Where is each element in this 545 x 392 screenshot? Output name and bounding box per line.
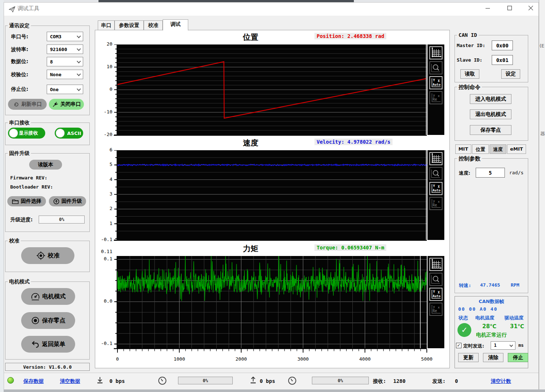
y-axis-tick-label: 20 xyxy=(91,41,112,47)
can-read-button[interactable]: 读取 xyxy=(460,69,479,79)
chart-reset-button[interactable]: yxRe xyxy=(429,91,442,104)
save-zero-button[interactable]: 保存零点 xyxy=(21,312,75,329)
tab-param-settings[interactable]: 参数设置 xyxy=(115,20,144,30)
gauge-icon xyxy=(158,376,167,387)
maximize-button[interactable] xyxy=(503,3,516,13)
y-axis-tick-label: 4 xyxy=(91,176,112,182)
serial-port-select[interactable]: COM3 xyxy=(47,32,83,41)
refresh-serial-button[interactable]: 刷新串口 xyxy=(8,99,47,110)
stop-bits-select[interactable]: One xyxy=(47,85,83,94)
calibrate-button[interactable]: 校准 xyxy=(21,247,74,264)
chart-grid-button[interactable] xyxy=(429,258,442,271)
mode-tab-position[interactable]: 位置 xyxy=(472,144,489,154)
chart-torque-annotation: Torque: 0.06593407 N-m xyxy=(314,244,386,251)
svg-text:y: y xyxy=(433,199,435,203)
chart-autoscale-button[interactable]: YXAuto xyxy=(429,182,442,195)
minimize-button[interactable] xyxy=(482,3,494,13)
exit-motor-mode-button[interactable]: 退出电机模式 xyxy=(470,109,511,119)
chart-zoom-button[interactable] xyxy=(429,167,442,180)
status-column-label: 状态 xyxy=(459,315,468,321)
parity-select[interactable]: None xyxy=(47,70,83,79)
y-axis-tick-label: 5 xyxy=(91,162,112,167)
chart-grid-button[interactable] xyxy=(429,152,442,165)
slave-id-input[interactable]: 0x01 xyxy=(492,55,513,65)
data-bits-label: 数据位: xyxy=(11,58,28,65)
mode-tab-velocity[interactable]: 速度 xyxy=(490,144,506,154)
title-bar xyxy=(4,3,538,16)
motor-mode-title: 电机模式 xyxy=(8,279,31,285)
firmware-upgrade-button[interactable]: 固件升级 xyxy=(49,196,86,206)
speed-param-input[interactable]: 5 xyxy=(476,168,505,178)
timed-send-unit: ms xyxy=(518,343,523,348)
firmware-select-button[interactable]: 固件选择 xyxy=(7,196,46,206)
chart-grid-button[interactable] xyxy=(429,46,442,59)
chevron-down-icon xyxy=(77,47,81,51)
svg-text:x: x xyxy=(438,200,440,203)
y-axis-tick-label: 10 xyxy=(91,64,112,69)
chart-torque-toolbar: YXAutoyxRe xyxy=(428,256,444,348)
master-id-input[interactable]: 0x00 xyxy=(492,40,513,50)
clear-count-link[interactable]: 清空计数 xyxy=(491,378,511,385)
serial-receive-title: 串口接收 xyxy=(8,120,31,126)
tab-calibration[interactable]: 校准 xyxy=(144,20,163,30)
bootloader-rev-label: Bootloader REV: xyxy=(10,184,53,190)
svg-text:Auto: Auto xyxy=(433,294,441,298)
baud-rate-select[interactable]: 921600 xyxy=(47,44,83,54)
refresh-icon xyxy=(13,101,19,108)
toggle-knob xyxy=(56,129,65,137)
chart-autoscale-button[interactable]: YXAuto xyxy=(429,76,442,89)
upgrade-progress-label: 升级进度: xyxy=(10,217,33,223)
read-version-button[interactable]: 读版本 xyxy=(29,160,62,170)
parity-label: 校验位: xyxy=(11,71,28,78)
chart-reset-button[interactable]: yxRe xyxy=(429,303,442,316)
tx-progress-bar: 0% xyxy=(312,377,369,384)
show-receive-toggle[interactable]: 显示接收 xyxy=(8,128,45,139)
close-serial-button[interactable]: 关闭串口 xyxy=(49,99,84,110)
background-fragment: (E xyxy=(540,43,544,48)
chevron-down-icon xyxy=(77,59,81,63)
svg-text:Re: Re xyxy=(433,309,437,313)
svg-text:X: X xyxy=(438,291,440,294)
timed-send-checkbox[interactable]: ✓ xyxy=(456,343,461,348)
data-bits-select[interactable]: 8 xyxy=(47,57,83,66)
chart-zoom-button[interactable] xyxy=(429,61,442,74)
clear-data-link[interactable]: 清空数据 xyxy=(60,378,80,385)
update-button[interactable]: 更新 xyxy=(458,353,479,362)
chart-reset-button[interactable]: yxRe xyxy=(429,197,442,210)
y-axis-tick-label: -10 xyxy=(91,109,112,115)
version-box: Version: V1.6.0.0 xyxy=(5,363,90,371)
motor-mode-button[interactable]: 电机模式 xyxy=(21,288,75,305)
timed-send-select[interactable]: 1 xyxy=(491,341,515,350)
clear-button[interactable]: 清除 xyxy=(483,353,503,362)
save-zero-command-button[interactable]: 保存零点 xyxy=(470,125,511,135)
ascii-toggle[interactable]: ASCII xyxy=(55,128,83,139)
chevron-down-icon xyxy=(77,87,81,91)
close-button[interactable] xyxy=(525,3,537,13)
return-menu-button[interactable]: 返回菜单 xyxy=(21,336,75,353)
mode-tab-emit[interactable]: eMIT xyxy=(507,144,526,154)
svg-text:Y: Y xyxy=(433,290,435,294)
firmware-rev-label: Firmware REV: xyxy=(10,175,47,181)
tab-debug[interactable]: 调试 xyxy=(163,19,188,31)
svg-text:x: x xyxy=(438,94,440,98)
motor-temp-value: 28℃ xyxy=(482,323,496,330)
save-data-link[interactable]: 保存数据 xyxy=(23,378,44,385)
stop-button[interactable]: 停止 xyxy=(508,353,528,362)
drive-temp-column-label: 驱动温度 xyxy=(505,315,523,321)
mode-tab-mit[interactable]: MIT xyxy=(455,144,471,154)
x-axis-tick-label: 1000 xyxy=(169,356,190,362)
chevron-down-icon xyxy=(510,344,513,347)
can-frame-title: CAN数据帧 xyxy=(455,298,528,305)
chart-autoscale-button[interactable]: YXAuto xyxy=(429,288,442,301)
drive-temp-value: 31℃ xyxy=(510,323,524,330)
y-axis-tick-label: 3 xyxy=(91,191,112,197)
can-set-button[interactable]: 设定 xyxy=(501,69,520,79)
chart-velocity-toolbar: YXAutoyxRe xyxy=(428,150,444,240)
enter-motor-mode-button[interactable]: 进入电机模式 xyxy=(470,94,511,104)
rx-bps-value: 0 bps xyxy=(109,378,125,384)
control-params-group: 控制参数 xyxy=(455,158,528,293)
x-axis-tick-label: 5000 xyxy=(416,356,438,362)
serial-port-label: 串口号: xyxy=(11,34,28,40)
chart-zoom-button[interactable] xyxy=(429,273,442,286)
tab-serial[interactable]: 串口 xyxy=(98,20,115,30)
